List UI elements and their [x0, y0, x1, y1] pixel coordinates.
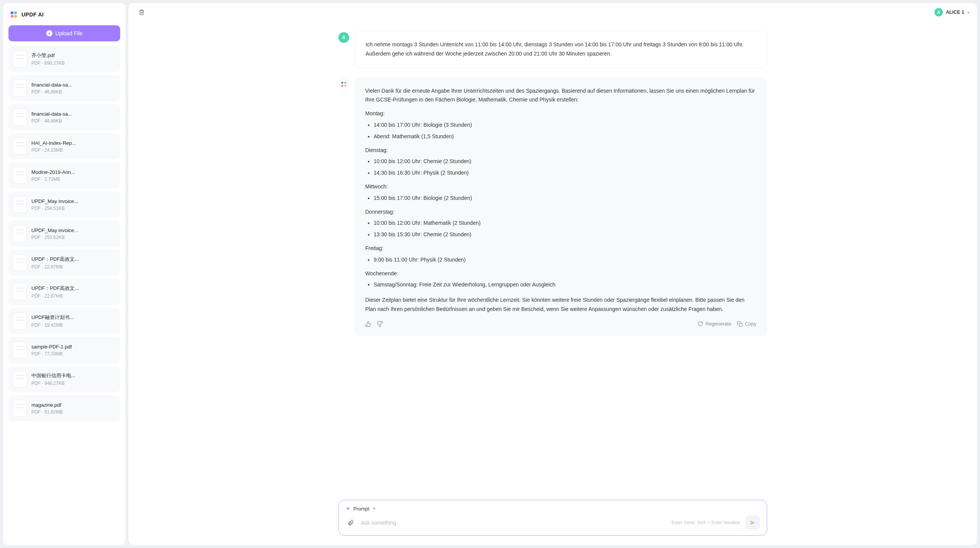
file-name: UPDF融资计划书... [31, 314, 116, 321]
file-item[interactable]: sample-PDF-1.pdfPDF · 77.33MB [8, 337, 120, 363]
file-name: sample-PDF-1.pdf [31, 344, 116, 350]
file-name: 中国银行信用卡电... [31, 372, 116, 379]
file-thumb-icon [13, 400, 27, 417]
file-item[interactable]: financial-data-sa...PDF · 46.89KB [8, 75, 120, 101]
svg-rect-4 [341, 82, 343, 83]
prompt-label: Prompt [353, 506, 369, 512]
day-heading: Mittwoch: [365, 182, 756, 191]
composer: ✦ Prompt ▼ Enter Send; Shift + Enter New… [338, 500, 767, 536]
file-thumb-icon [13, 80, 27, 97]
svg-rect-0 [11, 11, 13, 14]
sidebar: UPDF AI + Upload File 齐小莹.pdfPDF · 690.2… [3, 3, 126, 545]
schedule-item: 9:00 bis 11:00 Uhr: Physik (2 Stunden) [374, 255, 756, 265]
chat-scroll[interactable]: A Ich nehme montags 3 Stunden Unterricht… [129, 21, 977, 500]
file-item[interactable]: UPDF融资计划书...PDF · 19.42MB [8, 308, 120, 334]
file-meta: PDF · 22.67MB [31, 264, 116, 270]
file-meta: PDF · 77.33MB [31, 351, 116, 357]
prompt-selector[interactable]: ✦ Prompt ▼ [346, 505, 760, 512]
file-name: financial-data-sa... [31, 82, 116, 88]
file-item[interactable]: 齐小莹.pdfPDF · 690.27KB [8, 46, 120, 72]
user-message-bubble: Ich nehme montags 3 Stunden Unterricht v… [354, 31, 767, 68]
schedule-item: 15:00 bis 17:00 Uhr: Biologie (2 Stunden… [374, 194, 756, 203]
day-list: 15:00 bis 17:00 Uhr: Biologie (2 Stunden… [365, 194, 756, 203]
file-meta: PDF · 19.42MB [31, 322, 116, 328]
thumbs-up-button[interactable] [365, 321, 371, 327]
file-item[interactable]: HAI_AI-Index-Rep...PDF · 24.15MB [8, 133, 120, 159]
sidebar-header: UPDF AI [8, 8, 120, 21]
ai-outro: Dieser Zeitplan bietet eine Struktur für… [365, 296, 756, 314]
file-name: Modine-2019-Ann... [31, 169, 116, 175]
file-item[interactable]: UPDF_May invoice...PDF · 254.51KB [8, 191, 120, 218]
topbar: A ALICE 1 ▾ [129, 3, 977, 21]
regenerate-button[interactable]: Regenerate [697, 321, 732, 327]
attach-button[interactable] [346, 518, 356, 528]
file-meta: PDF · 81.92MB [31, 409, 116, 415]
app-logo-icon [9, 10, 18, 19]
file-item[interactable]: financial-data-sa...PDF · 46.89KB [8, 104, 120, 130]
app-title: UPDF AI [21, 11, 44, 18]
day-heading: Montag: [365, 109, 756, 118]
file-thumb-icon [13, 254, 27, 271]
file-meta: PDF · 24.15MB [31, 147, 116, 153]
file-meta: PDF · 22.67MB [31, 293, 116, 299]
copy-button[interactable]: Copy [737, 321, 756, 327]
file-name: UPDF：PDF高效文... [31, 285, 116, 292]
file-thumb-icon [13, 371, 27, 388]
svg-rect-7 [345, 85, 346, 87]
file-item[interactable]: Modine-2019-Ann...PDF · 2.72MB [8, 162, 120, 188]
thumbs-down-button[interactable] [377, 321, 383, 327]
file-name: financial-data-sa... [31, 111, 116, 117]
user-name: ALICE 1 [946, 10, 964, 15]
file-item[interactable]: UPDF：PDF高效文...PDF · 22.67MB [8, 279, 120, 305]
composer-hint: Enter Send; Shift + Enter Newline [671, 520, 740, 525]
file-name: UPDF_May invoice... [31, 227, 116, 233]
file-thumb-icon [13, 109, 27, 126]
sparkle-icon: ✦ [346, 505, 350, 512]
file-thumb-icon [13, 283, 27, 300]
delete-button[interactable] [136, 7, 147, 18]
send-button[interactable] [745, 515, 760, 530]
file-meta: PDF · 690.27KB [31, 61, 116, 66]
day-list: 14:00 bis 17:00 Uhr: Biologie (3 Stunden… [365, 121, 756, 141]
svg-rect-1 [14, 11, 17, 14]
ai-message-bubble: Vielen Dank für die erneute Angabe Ihrer… [354, 77, 767, 336]
day-heading: Donnerstag: [365, 208, 756, 217]
user-message-text: Ich nehme montags 3 Stunden Unterricht v… [366, 41, 744, 57]
file-name: magazine.pdf [31, 402, 116, 408]
chevron-down-icon: ▾ [967, 10, 969, 15]
file-item[interactable]: UPDF_May invoice...PDF · 253.62KB [8, 221, 120, 247]
file-name: 齐小莹.pdf [31, 52, 116, 59]
file-thumb-icon [13, 342, 27, 358]
file-meta: PDF · 254.51KB [31, 206, 116, 211]
ai-intro: Vielen Dank für die erneute Angabe Ihrer… [365, 87, 756, 105]
schedule-item: Abend: Mathematik (1,5 Stunden) [374, 132, 756, 141]
day-heading: Freitag: [365, 244, 756, 253]
file-item[interactable]: magazine.pdfPDF · 81.92MB [8, 395, 120, 421]
day-heading: Dienstag: [365, 146, 756, 155]
user-avatar: A [338, 32, 349, 43]
day-heading: Wochenende: [365, 269, 756, 278]
file-thumb-icon [13, 225, 27, 242]
main-panel: A ALICE 1 ▾ A Ich nehme montags 3 Stunde… [129, 3, 977, 545]
file-list: 齐小莹.pdfPDF · 690.27KB financial-data-sa.… [8, 46, 120, 421]
file-thumb-icon [13, 312, 27, 329]
svg-rect-5 [345, 82, 346, 83]
svg-rect-3 [14, 15, 17, 18]
upload-file-button[interactable]: + Upload File [8, 25, 120, 41]
svg-rect-6 [341, 85, 343, 87]
file-thumb-icon [13, 51, 27, 67]
ai-avatar [338, 79, 349, 90]
file-meta: PDF · 948.27KB [31, 381, 116, 386]
schedule-item: Samstag/Sonntag: Freie Zeit zur Wiederho… [374, 280, 756, 290]
svg-rect-8 [739, 323, 742, 326]
message-input[interactable] [361, 520, 666, 526]
schedule-item: 13:30 bis 15:30 Uhr: Chemie (2 Stunden) [374, 230, 756, 239]
upload-label: Upload File [56, 30, 83, 36]
user-menu[interactable]: A ALICE 1 ▾ [934, 8, 969, 16]
file-meta: PDF · 46.89KB [31, 118, 116, 124]
file-meta: PDF · 253.62KB [31, 235, 116, 240]
day-list: 10:00 bis 12:00 Uhr: Mathematik (2 Stund… [365, 219, 756, 239]
file-item[interactable]: 中国银行信用卡电...PDF · 948.27KB [8, 366, 120, 392]
schedule-item: 10:00 bis 12:00 Uhr: Chemie (2 Stunden) [374, 157, 756, 166]
file-item[interactable]: UPDF：PDF高效文...PDF · 22.67MB [8, 250, 120, 276]
